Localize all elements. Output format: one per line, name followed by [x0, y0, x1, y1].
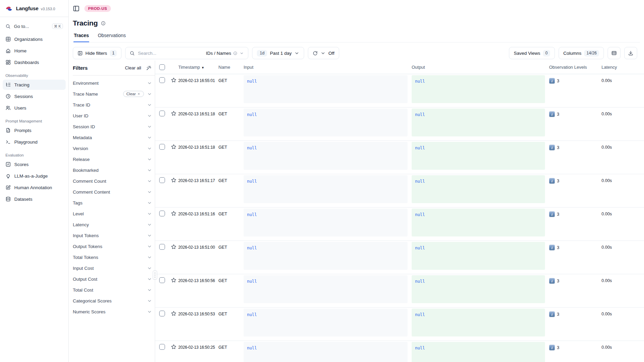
clear-all-filters[interactable]: Clear all — [125, 65, 141, 70]
filter-row[interactable]: Total Tokens — [73, 252, 155, 263]
row-output-cell[interactable]: null — [412, 74, 549, 107]
table-row[interactable]: 2026-02-13 16:50:56 GET null null i 3 — [155, 274, 644, 308]
row-checkbox[interactable] — [159, 277, 165, 283]
tab-traces[interactable]: Traces — [73, 31, 89, 42]
row-output-cell[interactable]: null — [412, 141, 549, 174]
filter-row[interactable]: Latency — [73, 219, 155, 230]
goto-search[interactable]: Go to... ⌘ K — [3, 20, 66, 32]
row-input-cell[interactable]: null — [244, 341, 412, 362]
panel-toggle-icon[interactable] — [73, 5, 80, 12]
row-input-cell[interactable]: null — [244, 241, 412, 274]
row-height-button[interactable] — [608, 47, 621, 59]
bookmark-star-icon[interactable] — [171, 244, 177, 250]
filter-row[interactable]: User ID — [73, 110, 155, 121]
filter-row[interactable]: Tags — [73, 197, 155, 208]
search-input[interactable] — [138, 51, 203, 56]
search-mode-dropdown[interactable]: IDs / Names — [206, 51, 244, 56]
filter-row[interactable]: Output Cost — [73, 274, 155, 284]
bookmark-star-icon[interactable] — [171, 277, 177, 283]
filter-row[interactable]: Categorical Scores — [73, 295, 155, 306]
filter-row[interactable]: Output Tokens — [73, 241, 155, 252]
filter-row[interactable]: Level — [73, 208, 155, 219]
sidebar-item[interactable]: Organizations — [3, 34, 66, 44]
row-input-cell[interactable]: null — [244, 308, 412, 341]
row-checkbox[interactable] — [159, 144, 165, 150]
filter-row[interactable]: Comment Count — [73, 176, 155, 186]
sidebar-item[interactable]: Dashboards — [3, 57, 66, 67]
bookmark-star-icon[interactable] — [171, 144, 177, 150]
row-output-cell[interactable]: null — [412, 208, 549, 241]
row-checkbox[interactable] — [159, 311, 165, 316]
select-all-checkbox[interactable] — [159, 64, 165, 70]
col-header-name[interactable]: Name — [218, 65, 244, 70]
columns-button[interactable]: Columns 14/26 — [559, 47, 604, 59]
row-checkbox[interactable] — [159, 211, 165, 216]
sidebar-item[interactable]: LLM-as-a-Judge — [3, 171, 66, 181]
sidebar-item[interactable]: Human Annotation — [3, 182, 66, 193]
export-button[interactable] — [624, 47, 637, 59]
table-row[interactable]: 2026-02-13 16:51:18 GET null null i 3 — [155, 141, 644, 174]
row-input-cell[interactable]: null — [244, 274, 412, 307]
filter-row[interactable]: Input Tokens — [73, 230, 155, 241]
col-header-timestamp[interactable]: Timestamp▼ — [178, 65, 218, 70]
bookmark-star-icon[interactable] — [171, 344, 177, 350]
col-header-latency[interactable]: Latency — [597, 65, 644, 70]
sidebar-item[interactable]: Datasets — [3, 194, 66, 204]
bookmark-star-icon[interactable] — [171, 111, 177, 116]
col-header-input[interactable]: Input — [244, 65, 412, 70]
bookmark-star-icon[interactable] — [171, 211, 177, 216]
filter-row[interactable]: Trace Name Clear — [73, 88, 155, 99]
row-output-cell[interactable]: null — [412, 341, 549, 362]
filter-row[interactable]: Session ID — [73, 121, 155, 132]
info-icon[interactable] — [101, 21, 106, 26]
hide-filters-button[interactable]: Hide filters 1 — [73, 47, 121, 59]
row-checkbox[interactable] — [159, 344, 165, 350]
bookmark-star-icon[interactable] — [171, 311, 177, 316]
clear-filter-pill[interactable]: Clear — [123, 91, 144, 97]
filter-row[interactable]: Version — [73, 143, 155, 154]
bookmark-star-icon[interactable] — [171, 77, 177, 83]
row-output-cell[interactable]: null — [412, 108, 549, 141]
row-input-cell[interactable]: null — [244, 74, 412, 107]
filter-row[interactable]: Numeric Scores — [73, 306, 155, 317]
filter-row[interactable]: Release — [73, 154, 155, 165]
row-input-cell[interactable]: null — [244, 108, 412, 141]
tab-observations[interactable]: Observations — [97, 31, 126, 42]
wand-icon[interactable] — [146, 65, 151, 71]
auto-refresh-button[interactable]: Off — [308, 47, 339, 59]
row-checkbox[interactable] — [159, 77, 165, 83]
sidebar-item[interactable]: Tracing — [3, 80, 66, 90]
table-row[interactable]: 2026-02-13 16:50:25 GET null null i 3 — [155, 341, 644, 362]
table-row[interactable]: 2026-02-13 16:51:18 GET null null i 3 — [155, 108, 644, 141]
table-row[interactable]: 2026-02-13 16:55:01 GET null null i 3 — [155, 74, 644, 108]
saved-views-button[interactable]: Saved Views 0 — [509, 47, 555, 59]
panel-resize-handle[interactable] — [153, 270, 157, 280]
filter-row[interactable]: Bookmarked — [73, 165, 155, 176]
search-box[interactable]: IDs / Names — [125, 47, 248, 59]
table-row[interactable]: 2026-02-13 16:51:17 GET null null i 3 — [155, 174, 644, 208]
time-range-button[interactable]: 1d Past 1 day — [252, 47, 304, 59]
table-row[interactable]: 2026-02-13 16:51:00 GET null null i 3 — [155, 241, 644, 274]
col-header-output[interactable]: Output — [412, 65, 549, 70]
environment-badge[interactable]: PROD-US — [84, 5, 111, 12]
row-checkbox[interactable] — [159, 177, 165, 183]
table-row[interactable]: 2026-02-13 16:51:16 GET null null i 3 — [155, 208, 644, 241]
bookmark-star-icon[interactable] — [171, 177, 177, 183]
filter-row[interactable]: Input Cost — [73, 263, 155, 274]
table-row[interactable]: 2026-02-13 16:50:53 GET null null i 3 — [155, 308, 644, 341]
filter-row[interactable]: Environment — [73, 78, 155, 88]
row-input-cell[interactable]: null — [244, 174, 412, 207]
row-checkbox[interactable] — [159, 244, 165, 250]
sidebar-item[interactable]: Home — [3, 46, 66, 56]
row-output-cell[interactable]: null — [412, 174, 549, 207]
sidebar-item[interactable]: Users — [3, 103, 66, 113]
row-input-cell[interactable]: null — [244, 141, 412, 174]
sidebar-item[interactable]: Playground — [3, 137, 66, 147]
sidebar-item[interactable]: Scores — [3, 159, 66, 169]
row-output-cell[interactable]: null — [412, 274, 549, 307]
filter-row[interactable]: Trace ID — [73, 99, 155, 110]
filter-row[interactable]: Total Cost — [73, 284, 155, 295]
filter-row[interactable]: Metadata — [73, 132, 155, 143]
row-output-cell[interactable]: null — [412, 308, 549, 341]
sidebar-item[interactable]: Prompts — [3, 125, 66, 135]
